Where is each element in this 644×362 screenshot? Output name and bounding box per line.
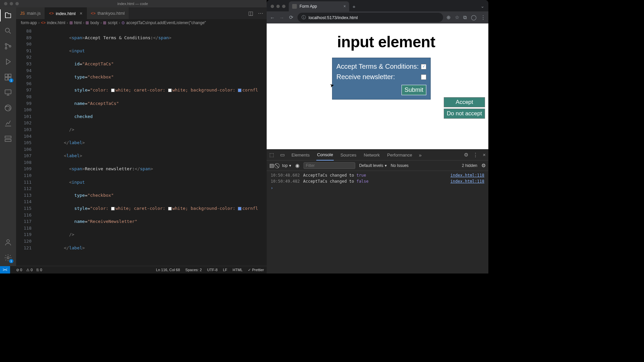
tab-performance[interactable]: Performance <box>386 149 413 160</box>
close-tab-icon[interactable]: × <box>343 4 346 9</box>
source-link[interactable]: index.html:118 <box>450 173 484 178</box>
levels-selector[interactable]: Default levels ▾ <box>359 163 387 168</box>
page-icon <box>292 4 297 9</box>
extensions-icon[interactable]: ⧉ <box>463 14 467 20</box>
code-content[interactable]: <span>Accept Terms & Conditions:</span> … <box>38 26 267 266</box>
browser-toolbar: ← → ⟳ ⓘ localhost:5173/index.html ⊕ ☆ ⧉ … <box>267 11 488 23</box>
debug-icon[interactable] <box>3 57 13 66</box>
vscode-window: index.html — code 1 <box>0 0 267 274</box>
svg-point-1 <box>5 44 7 45</box>
hidden-label[interactable]: 2 hidden <box>462 163 477 168</box>
newsletter-row[interactable]: Receive newsletter: <box>336 72 426 82</box>
tab-console[interactable]: Console <box>316 149 334 161</box>
tab-main-js[interactable]: JSmain.js <box>16 7 45 19</box>
filter-input[interactable] <box>304 162 355 169</box>
zoom-icon[interactable] <box>15 2 19 5</box>
graph-icon[interactable] <box>3 119 13 128</box>
accept-terms-row[interactable]: Accept Terms & Conditions: ✓ <box>336 61 426 72</box>
svg-rect-10 <box>5 136 11 138</box>
minimize-icon[interactable] <box>10 2 13 5</box>
console-output[interactable]: 10:50:48.602 AcceptTaCs changed to true … <box>267 171 488 274</box>
tab-index-html[interactable]: <>index.html× <box>45 7 87 19</box>
url-text: localhost:5173/index.html <box>309 15 358 20</box>
forward-icon[interactable]: → <box>279 15 285 20</box>
new-tab-button[interactable]: + <box>349 4 359 11</box>
inspect-icon[interactable]: ⬚ <box>269 152 274 158</box>
zoom-icon[interactable] <box>282 5 285 8</box>
settings-badge: 1 <box>9 259 13 263</box>
back-icon[interactable]: ← <box>269 15 275 20</box>
close-icon[interactable] <box>4 2 7 5</box>
svg-point-0 <box>5 28 9 32</box>
reload-icon[interactable]: ⟳ <box>288 14 294 20</box>
server-icon[interactable] <box>3 134 13 143</box>
remote-indicator[interactable]: >< <box>0 266 10 274</box>
eye-icon[interactable]: ◉ <box>295 163 300 169</box>
issues-label[interactable]: No Issues <box>391 163 409 168</box>
svg-point-12 <box>7 240 9 242</box>
search-icon[interactable] <box>3 26 13 36</box>
close-icon[interactable]: × <box>79 11 82 16</box>
close-icon[interactable] <box>271 5 274 8</box>
do-not-accept-button[interactable]: Do not accept <box>444 109 485 119</box>
port-indicator[interactable]: ⎘ 0 <box>37 268 42 272</box>
page-title: input element <box>337 33 488 51</box>
accept-terms-checkbox[interactable]: ✓ <box>421 64 426 69</box>
account-icon[interactable] <box>3 238 13 247</box>
tab-network[interactable]: Network <box>363 149 381 160</box>
submit-button[interactable]: Submit <box>401 85 426 95</box>
tab-sources[interactable]: Sources <box>340 149 357 160</box>
chevron-down-icon[interactable]: ⌄ <box>477 4 488 11</box>
url-bar[interactable]: ⓘ localhost:5173/index.html <box>298 13 443 22</box>
accept-button[interactable]: Accept <box>444 97 485 107</box>
explorer-icon[interactable] <box>3 11 13 20</box>
remote-explorer-icon[interactable] <box>3 88 13 97</box>
errors-count[interactable]: ⊘ 0 <box>16 268 22 272</box>
cursor-position[interactable]: Ln 116, Col 68 <box>156 268 180 272</box>
encoding[interactable]: UTF-8 <box>207 268 218 272</box>
indent-setting[interactable]: Spaces: 2 <box>185 268 202 272</box>
traffic-lights[interactable] <box>0 2 19 5</box>
minimize-icon[interactable] <box>276 5 280 8</box>
more-icon[interactable]: ⋮ <box>473 152 478 158</box>
context-selector[interactable]: top ▾ <box>282 163 291 168</box>
menu-icon[interactable]: ⋮ <box>481 14 486 20</box>
more-tabs-icon[interactable]: » <box>419 152 422 158</box>
profile-icon[interactable]: ◯ <box>471 14 477 20</box>
sidebar-icon[interactable]: ▤ <box>269 163 274 169</box>
breadcrumb[interactable]: form-app› <> index.html› ⊞ html› ⊞ body›… <box>16 19 267 26</box>
gear-icon[interactable]: ⚙ <box>481 163 486 169</box>
chrome-tabbar: Form App × + ⌄ <box>267 0 488 11</box>
warnings-count[interactable]: ⚠ 0 <box>26 268 33 272</box>
newsletter-checkbox[interactable] <box>421 74 426 80</box>
edge-icon[interactable] <box>3 103 13 113</box>
formatter[interactable]: ✓ Prettier <box>248 268 264 272</box>
language[interactable]: HTML <box>233 268 243 272</box>
more-icon[interactable]: ⋯ <box>258 10 263 16</box>
zoom-icon[interactable]: ⊕ <box>446 14 451 20</box>
svg-rect-4 <box>5 74 8 77</box>
traffic-lights[interactable] <box>269 5 289 11</box>
gear-icon[interactable]: 1 <box>3 253 13 262</box>
eol[interactable]: LF <box>223 268 227 272</box>
tab-thankyou-html[interactable]: <>thankyou.html <box>87 7 129 19</box>
extensions-icon[interactable]: 1 <box>3 72 13 82</box>
split-editor-icon[interactable]: ◫ <box>248 10 253 16</box>
editor-area: JSmain.js <>index.html× <>thankyou.html … <box>16 7 267 266</box>
line-numbers: 8889909192939495969798991001011021031041… <box>16 26 38 266</box>
bookmark-icon[interactable]: ☆ <box>455 14 459 20</box>
device-icon[interactable]: ▭ <box>280 152 285 158</box>
accept-terms-label: Accept Terms & Conditions: <box>336 63 419 70</box>
source-control-icon[interactable] <box>3 42 13 51</box>
gear-icon[interactable]: ⚙ <box>464 152 468 158</box>
close-icon[interactable]: × <box>483 152 486 158</box>
tab-elements[interactable]: Elements <box>291 149 310 160</box>
svg-rect-8 <box>5 90 11 94</box>
js-file-icon: JS <box>20 11 25 16</box>
browser-tab[interactable]: Form App × <box>289 1 349 11</box>
info-icon[interactable]: ⓘ <box>302 14 306 20</box>
source-link[interactable]: index.html:118 <box>450 179 484 184</box>
code-editor[interactable]: 8889909192939495969798991001011021031041… <box>16 26 267 266</box>
html-file-icon: <> <box>91 11 96 16</box>
console-prompt[interactable]: › <box>267 184 488 192</box>
